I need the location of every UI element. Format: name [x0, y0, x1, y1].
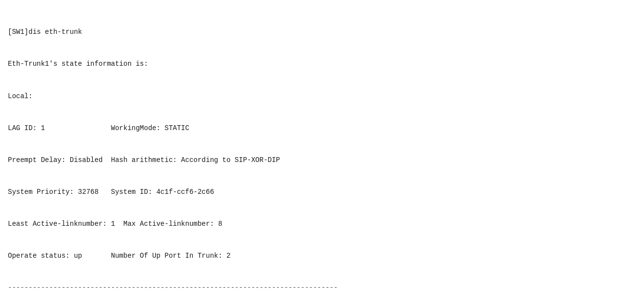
local-label-line: Local:	[8, 91, 636, 102]
syspri-sysid-line: System Priority: 32768 System ID: 4c1f-c…	[8, 187, 636, 198]
preempt-hash-line: Preempt Delay: Disabled Hash arithmetic:…	[8, 155, 636, 166]
operate-numports-line: Operate status: up Number Of Up Port In …	[8, 251, 636, 262]
lag-workmode-line: LAG ID: 1 WorkingMode: STATIC	[8, 123, 636, 134]
divider-1: ----------------------------------------…	[8, 283, 636, 294]
least-max-line: Least Active-linknumber: 1 Max Active-li…	[8, 219, 636, 230]
state-header-line: Eth-Trunk1's state information is:	[8, 59, 636, 70]
command-line: [SW1]dis eth-trunk	[8, 27, 636, 38]
terminal-output: [SW1]dis eth-trunk Eth-Trunk1's state in…	[8, 6, 636, 296]
